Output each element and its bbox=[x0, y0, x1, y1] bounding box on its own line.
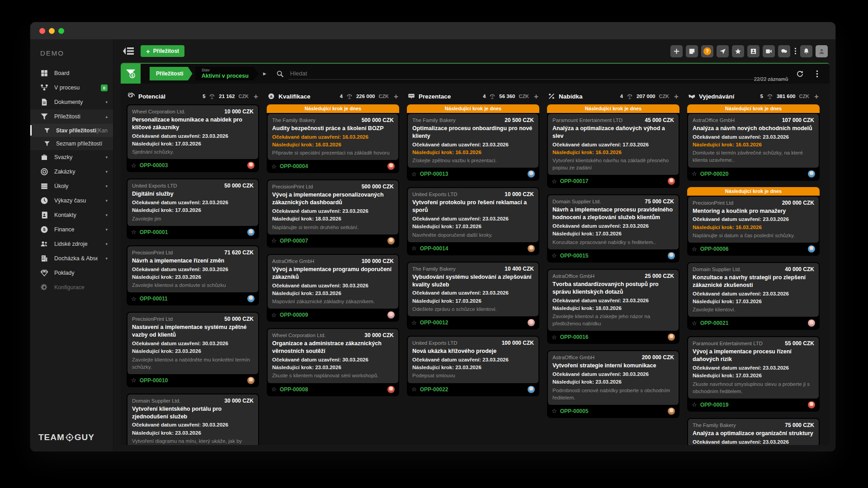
favorite-star-icon[interactable]: ☆ bbox=[411, 245, 417, 251]
owner-avatar[interactable] bbox=[247, 377, 255, 384]
sidebar-item-svazky[interactable]: Svazky ▾ bbox=[30, 150, 113, 164]
add-card-button[interactable]: + bbox=[674, 93, 679, 100]
opportunity-id-link[interactable]: OPP-00004 bbox=[280, 163, 384, 169]
sidebar-item-v-procesu[interactable]: V procesu 0 bbox=[30, 80, 113, 95]
opportunity-card[interactable]: Wheel Corporation Ltd. 10 000 CZK Person… bbox=[127, 104, 259, 172]
more-options-button[interactable] bbox=[793, 45, 797, 57]
add-button[interactable] bbox=[670, 45, 683, 57]
inbox-button[interactable] bbox=[747, 45, 760, 57]
owner-avatar[interactable] bbox=[528, 170, 535, 178]
opportunity-id-link[interactable]: OPP-00021 bbox=[700, 320, 805, 326]
notifications-button[interactable] bbox=[800, 45, 812, 57]
refresh-button[interactable] bbox=[793, 67, 806, 80]
favorite-star-icon[interactable]: ☆ bbox=[552, 253, 557, 258]
opportunity-card[interactable]: The Family Bakery 75 000 CZK Analýza a o… bbox=[687, 418, 820, 445]
favorite-star-icon[interactable]: ☆ bbox=[131, 163, 137, 169]
opportunity-card[interactable]: United Exports LTD 50 000 CZK Digitální … bbox=[127, 178, 259, 239]
opportunity-id-link[interactable]: OPP-00007 bbox=[280, 238, 384, 244]
favorite-star-icon[interactable]: ☆ bbox=[131, 296, 137, 302]
send-button[interactable] bbox=[717, 45, 729, 57]
opportunity-id-link[interactable]: OPP-00005 bbox=[560, 408, 665, 414]
sidebar-item-dokumenty[interactable]: Dokumenty ▾ bbox=[30, 95, 113, 109]
video-call-button[interactable] bbox=[763, 45, 775, 57]
sidebar-item-zakazky[interactable]: Zakázky ▾ bbox=[30, 164, 113, 179]
owner-avatar[interactable] bbox=[808, 401, 815, 408]
opportunity-card[interactable]: AstraOffice GmbH 25 000 CZK Tvorba stand… bbox=[547, 269, 679, 344]
favorite-star-icon[interactable]: ☆ bbox=[552, 334, 557, 340]
search-input[interactable] bbox=[288, 67, 789, 80]
opportunity-id-link[interactable]: OPP-00013 bbox=[420, 171, 524, 177]
new-opportunity-button[interactable]: + Příležitost bbox=[141, 45, 184, 57]
maximize-window-button[interactable] bbox=[58, 28, 64, 34]
filter-chip-entity[interactable]: Příležitosti bbox=[150, 67, 193, 80]
owner-avatar[interactable] bbox=[387, 163, 395, 170]
sidebar-item-vykazy-casu[interactable]: Výkazy času ▾ bbox=[30, 193, 113, 208]
filter-expand-arrow-icon[interactable]: ▶ bbox=[263, 71, 266, 76]
opportunity-card[interactable]: United Exports LTD 100 000 CZK Nová ukáz… bbox=[407, 336, 539, 396]
owner-avatar[interactable] bbox=[387, 386, 395, 393]
opportunity-card[interactable]: Následující krok je dnes The Family Bake… bbox=[267, 104, 399, 173]
favorite-star-icon[interactable]: ☆ bbox=[411, 171, 417, 177]
favorite-star-icon[interactable]: ☆ bbox=[552, 408, 557, 414]
opportunity-id-link[interactable]: OPP-00001 bbox=[140, 229, 244, 235]
sidebar-item-board[interactable]: Board bbox=[30, 66, 113, 80]
opportunity-card[interactable]: PrecisionPrint Ltd 50 000 CZK Nastavení … bbox=[127, 312, 259, 387]
opportunity-card[interactable]: Wheel Corporation Ltd. 30 000 CZK Organi… bbox=[267, 328, 399, 396]
favorite-star-icon[interactable]: ☆ bbox=[411, 386, 417, 392]
owner-avatar[interactable] bbox=[387, 237, 395, 244]
favorites-button[interactable] bbox=[732, 45, 744, 57]
opportunity-funnel-icon[interactable]: $ bbox=[121, 64, 141, 84]
favorite-star-icon[interactable]: ☆ bbox=[271, 238, 277, 244]
owner-avatar[interactable] bbox=[247, 295, 255, 302]
opportunity-card[interactable]: United Exports LTD 10 000 CZK Vytvoření … bbox=[407, 187, 539, 255]
favorite-star-icon[interactable]: ☆ bbox=[271, 386, 277, 392]
close-window-button[interactable] bbox=[39, 28, 45, 34]
owner-avatar[interactable] bbox=[668, 252, 675, 259]
opportunity-id-link[interactable]: OPP-00016 bbox=[560, 334, 665, 340]
sidebar-item-konfigurace[interactable]: Konfigurace bbox=[30, 280, 113, 295]
board-menu-button[interactable] bbox=[811, 67, 823, 80]
favorite-star-icon[interactable]: ☆ bbox=[692, 246, 697, 252]
opportunity-id-link[interactable]: OPP-00017 bbox=[560, 178, 665, 184]
help-button[interactable]: ? bbox=[701, 45, 713, 57]
opportunity-card[interactable]: Následující krok je dnes Paramount Enter… bbox=[547, 104, 679, 188]
favorite-star-icon[interactable]: ☆ bbox=[692, 320, 697, 326]
opportunity-id-link[interactable]: OPP-00003 bbox=[140, 162, 244, 169]
owner-avatar[interactable] bbox=[247, 162, 255, 169]
favorite-star-icon[interactable]: ☆ bbox=[131, 377, 137, 383]
favorite-star-icon[interactable]: ☆ bbox=[411, 320, 417, 326]
minimize-window-button[interactable] bbox=[49, 28, 55, 34]
opportunity-card[interactable]: Následující krok je dnes AstraOffice Gmb… bbox=[687, 104, 820, 181]
sidebar-item-finance[interactable]: $ Finance ▾ bbox=[30, 222, 113, 237]
sidebar-item-prilezitosti[interactable]: Příležitosti ▴ bbox=[30, 109, 113, 124]
favorite-star-icon[interactable]: ☆ bbox=[271, 164, 277, 169]
opportunity-card[interactable]: Následující krok je dnes The Family Bake… bbox=[407, 104, 539, 181]
add-card-button[interactable]: + bbox=[254, 93, 258, 100]
owner-avatar[interactable] bbox=[808, 245, 815, 253]
opportunity-card[interactable]: Paramount Entertainment LTD 55 000 CZK V… bbox=[687, 336, 820, 411]
owner-avatar[interactable] bbox=[668, 408, 675, 415]
sidebar-item-kontakty[interactable]: Kontakty ▾ bbox=[30, 208, 113, 222]
sidebar-item-ukoly[interactable]: Úkoly ▾ bbox=[30, 179, 113, 193]
owner-avatar[interactable] bbox=[387, 311, 395, 319]
opportunity-id-link[interactable]: OPP-00019 bbox=[700, 402, 805, 408]
opportunity-card[interactable]: Domain Supplier Ltd. 30 000 CZK Vytvořen… bbox=[127, 394, 259, 445]
favorite-star-icon[interactable]: ☆ bbox=[692, 402, 697, 408]
opportunity-card[interactable]: The Family Bakery 10 400 CZK Vybudování … bbox=[407, 262, 539, 329]
owner-avatar[interactable] bbox=[668, 333, 675, 341]
opportunity-card[interactable]: Domain Supplier Ltd. 40 000 CZK Konzulta… bbox=[687, 262, 820, 330]
collapse-sidebar-button[interactable] bbox=[123, 47, 134, 56]
opportunity-id-link[interactable]: OPP-00020 bbox=[700, 171, 805, 177]
favorite-star-icon[interactable]: ☆ bbox=[552, 178, 557, 184]
opportunity-card[interactable]: AstraOffice GmbH 100 000 CZK Vývoj a imp… bbox=[267, 254, 399, 322]
opportunity-card[interactable]: Domain Supplier Ltd. 75 000 CZK Návrh a … bbox=[547, 194, 679, 262]
opportunity-card[interactable]: Následující krok je dnes PrecisionPrint … bbox=[687, 187, 820, 256]
owner-avatar[interactable] bbox=[668, 178, 675, 185]
sidebar-item-stav-prilezitosti[interactable]: Stav příležitostí (Kanb... bbox=[30, 124, 113, 137]
sidebar-item-poklady[interactable]: Poklady bbox=[30, 266, 113, 280]
owner-avatar[interactable] bbox=[247, 229, 255, 236]
opportunity-id-link[interactable]: OPP-00006 bbox=[700, 246, 805, 252]
owner-avatar[interactable] bbox=[528, 319, 535, 326]
sidebar-item-seznam-prilezitosti[interactable]: Seznam příležitostí bbox=[30, 137, 113, 150]
notes-button[interactable] bbox=[686, 45, 698, 57]
